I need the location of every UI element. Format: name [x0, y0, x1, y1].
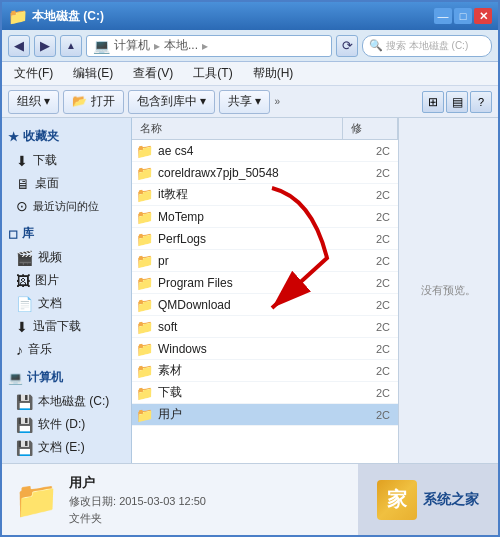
file-modified: 2C — [339, 299, 394, 311]
desktop-icon: 🖥 — [16, 176, 30, 192]
file-name: 下载 — [158, 384, 339, 401]
file-modified: 2C — [339, 277, 394, 289]
address-drive-label: 本地... — [164, 37, 198, 54]
share-button[interactable]: 共享 ▾ — [219, 90, 270, 114]
sidebar-item-documents[interactable]: 📄 文档 — [2, 292, 131, 315]
close-button[interactable]: ✕ — [474, 8, 492, 24]
file-name: coreldrawx7pjb_50548 — [158, 166, 339, 180]
file-folder-icon: 📁 — [136, 341, 153, 357]
drive-d-icon: 💾 — [16, 417, 33, 433]
menu-tools[interactable]: 工具(T) — [189, 63, 236, 84]
file-folder-icon: 📁 — [136, 165, 153, 181]
sidebar-item-video[interactable]: 🎬 视频 — [2, 246, 131, 269]
toolbar-more[interactable]: » — [274, 96, 280, 107]
sidebar-item-drive-c[interactable]: 💾 本地磁盘 (C:) — [2, 390, 131, 413]
file-modified: 2C — [339, 387, 394, 399]
sidebar-item-desktop[interactable]: 🖥 桌面 — [2, 172, 131, 195]
file-folder-icon: 📁 — [136, 253, 153, 269]
sidebar-item-drive-d[interactable]: 💾 软件 (D:) — [2, 413, 131, 436]
file-list-container: 名称 修 📁ae cs42C📁coreldrawx7pjb_505482C📁it… — [132, 118, 398, 463]
maximize-button[interactable]: □ — [454, 8, 472, 24]
drive-c-icon: 💾 — [16, 394, 33, 410]
status-left: 📁 用户 修改日期: 2015-03-03 12:50 文件夹 — [2, 464, 358, 535]
up-button[interactable]: ▲ — [60, 35, 82, 57]
search-bar[interactable]: 🔍 搜索 本地磁盘 (C:) — [362, 35, 492, 57]
file-list-wrapper: 名称 修 📁ae cs42C📁coreldrawx7pjb_505482C📁it… — [132, 118, 498, 463]
sidebar-item-music-label: 音乐 — [28, 341, 52, 358]
file-row[interactable]: 📁Program Files2C — [132, 272, 398, 294]
include-library-button[interactable]: 包含到库中 ▾ — [128, 90, 215, 114]
file-name: it教程 — [158, 186, 339, 203]
file-modified: 2C — [339, 365, 394, 377]
file-modified: 2C — [339, 211, 394, 223]
sidebar-header-favorites[interactable]: ★ 收藏夹 — [2, 124, 131, 149]
sidebar-item-recent-label: 最近访问的位 — [33, 199, 99, 214]
open-button[interactable]: 📂 打开 — [63, 90, 123, 114]
menu-view[interactable]: 查看(V) — [129, 63, 177, 84]
forward-button[interactable]: ▶ — [34, 35, 56, 57]
no-preview-text: 没有预览。 — [421, 283, 476, 298]
sidebar-item-thunder-label: 迅雷下载 — [33, 318, 81, 335]
view-help-button[interactable]: ? — [470, 91, 492, 113]
window-title: 本地磁盘 (C:) — [32, 8, 104, 25]
sidebar-header-library[interactable]: ◻ 库 — [2, 221, 131, 246]
video-icon: 🎬 — [16, 250, 33, 266]
file-row[interactable]: 📁QMDownload2C — [132, 294, 398, 316]
file-row[interactable]: 📁it教程2C — [132, 184, 398, 206]
status-right: 家 系统之家 — [358, 464, 498, 535]
file-modified: 2C — [339, 167, 394, 179]
sidebar-item-downloads[interactable]: ⬇ 下载 — [2, 149, 131, 172]
file-name: pr — [158, 254, 339, 268]
sidebar-section-favorites: ★ 收藏夹 ⬇ 下载 🖥 桌面 ⊙ 最近访问的位 — [2, 124, 131, 217]
file-row[interactable]: 📁下载2C — [132, 382, 398, 404]
file-name: Windows — [158, 342, 339, 356]
file-folder-icon: 📁 — [136, 231, 153, 247]
sidebar-header-computer[interactable]: 💻 计算机 — [2, 365, 131, 390]
sidebar-computer-label: 计算机 — [27, 369, 63, 386]
menu-edit[interactable]: 编辑(E) — [69, 63, 117, 84]
file-name: soft — [158, 320, 339, 334]
menu-help[interactable]: 帮助(H) — [249, 63, 298, 84]
recent-icon: ⊙ — [16, 198, 28, 214]
minimize-button[interactable]: — — [434, 8, 452, 24]
file-row[interactable]: 📁用户2C — [132, 404, 398, 426]
file-row[interactable]: 📁soft2C — [132, 316, 398, 338]
address-computer-icon: 💻 — [93, 38, 110, 54]
computer-icon: 💻 — [8, 371, 23, 385]
download-icon: ⬇ — [16, 153, 28, 169]
file-folder-icon: 📁 — [136, 209, 153, 225]
toolbar: 组织 ▾ 📂 打开 包含到库中 ▾ 共享 ▾ » ⊞ ▤ ? — [2, 86, 498, 118]
file-modified: 2C — [339, 145, 394, 157]
address-bar[interactable]: 💻 计算机 ▸ 本地... ▸ — [86, 35, 332, 57]
file-row[interactable]: 📁Windows2C — [132, 338, 398, 360]
file-row[interactable]: 📁素材2C — [132, 360, 398, 382]
status-modified-date: 2015-03-03 12:50 — [119, 495, 206, 507]
organize-button[interactable]: 组织 ▾ — [8, 90, 59, 114]
sidebar-item-music[interactable]: ♪ 音乐 — [2, 338, 131, 361]
file-row[interactable]: 📁pr2C — [132, 250, 398, 272]
column-name: 名称 — [132, 118, 343, 139]
file-list-header: 名称 修 — [132, 118, 398, 140]
menu-file[interactable]: 文件(F) — [10, 63, 57, 84]
sidebar-section-library: ◻ 库 🎬 视频 🖼 图片 📄 文档 ⬇ 迅雷下载 — [2, 221, 131, 361]
file-folder-icon: 📁 — [136, 187, 153, 203]
pictures-icon: 🖼 — [16, 273, 30, 289]
file-row[interactable]: 📁PerfLogs2C — [132, 228, 398, 250]
sidebar-item-thunder[interactable]: ⬇ 迅雷下载 — [2, 315, 131, 338]
sidebar-favorites-label: 收藏夹 — [23, 128, 59, 145]
file-folder-icon: 📁 — [136, 275, 153, 291]
file-name: 用户 — [158, 406, 339, 423]
address-sep1: ▸ — [154, 39, 160, 53]
sidebar-item-drive-e[interactable]: 💾 文档 (E:) — [2, 436, 131, 459]
file-row[interactable]: 📁MoTemp2C — [132, 206, 398, 228]
sidebar-item-pictures[interactable]: 🖼 图片 — [2, 269, 131, 292]
status-modified-detail: 修改日期: 2015-03-03 12:50 — [69, 494, 206, 509]
view-list-button[interactable]: ▤ — [446, 91, 468, 113]
title-bar-controls: — □ ✕ — [434, 8, 492, 24]
view-details-button[interactable]: ⊞ — [422, 91, 444, 113]
sidebar-item-recent[interactable]: ⊙ 最近访问的位 — [2, 195, 131, 217]
back-button[interactable]: ◀ — [8, 35, 30, 57]
file-row[interactable]: 📁coreldrawx7pjb_505482C — [132, 162, 398, 184]
file-row[interactable]: 📁ae cs42C — [132, 140, 398, 162]
refresh-button[interactable]: ⟳ — [336, 35, 358, 57]
